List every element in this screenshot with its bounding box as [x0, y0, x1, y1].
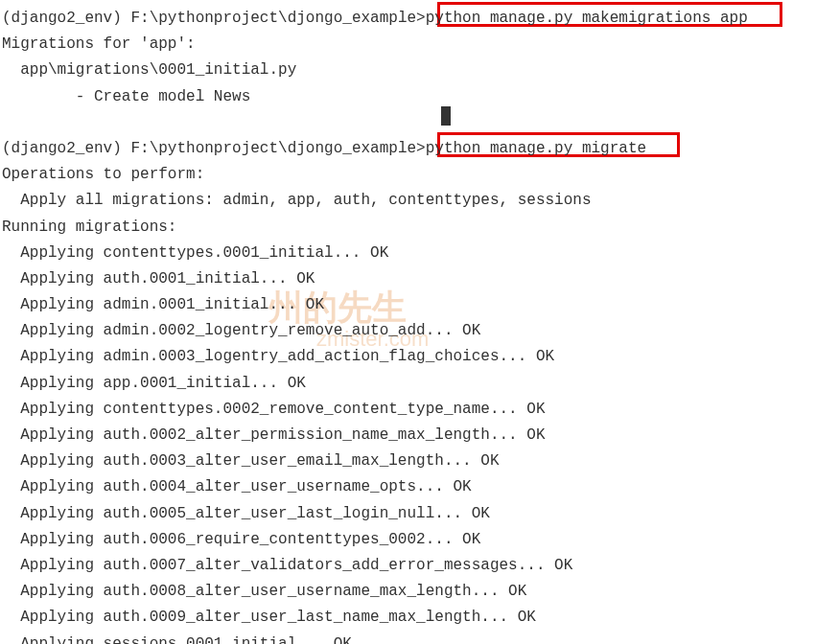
migration-file: app\migrations\0001_initial.py	[2, 58, 814, 83]
migration-line: Applying contenttypes.0001_initial... OK	[2, 241, 814, 266]
migration-line: Applying auth.0003_alter_user_email_max_…	[2, 448, 814, 474]
migration-line: Applying app.0001_initial... OK	[2, 371, 814, 397]
migration-line: Applying sessions.0001_initial... OK	[2, 632, 814, 645]
migration-line: Applying auth.0007_alter_validators_add_…	[2, 553, 814, 579]
command-text: python manage.py migrate	[426, 140, 646, 157]
path-prompt: F:\pythonproject\djongo_example>	[130, 140, 425, 157]
env-name: (django2_env)	[2, 140, 122, 157]
migration-line: Applying auth.0009_alter_user_last_name_…	[2, 605, 814, 631]
migrations-header: Migrations for 'app':	[2, 32, 814, 58]
migration-line: Applying admin.0002_logentry_remove_auto…	[2, 318, 814, 344]
apply-all-line: Apply all migrations: admin, app, auth, …	[2, 188, 814, 214]
command-text: python manage.py makemigrations app	[426, 10, 748, 27]
migration-line: Applying auth.0008_alter_user_username_m…	[2, 579, 814, 605]
migration-line: Applying admin.0003_logentry_add_action_…	[2, 344, 814, 370]
terminal-output: (django2_env) F:\pythonproject\djongo_ex…	[2, 6, 814, 644]
prompt-line-2[interactable]: (django2_env) F:\pythonproject\djongo_ex…	[2, 136, 814, 162]
blank-line	[2, 110, 814, 136]
migration-line: Applying admin.0001_initial... OK	[2, 292, 814, 318]
migration-line: Applying auth.0001_initial... OK	[2, 266, 814, 292]
migration-line: Applying auth.0004_alter_user_username_o…	[2, 474, 814, 500]
path-prompt: F:\pythonproject\djongo_example>	[130, 10, 425, 27]
prompt-line-1[interactable]: (django2_env) F:\pythonproject\djongo_ex…	[2, 6, 814, 32]
migration-line: Applying contenttypes.0002_remove_conten…	[2, 397, 814, 423]
operations-header: Operations to perform:	[2, 162, 814, 188]
migration-line: Applying auth.0005_alter_user_last_login…	[2, 501, 814, 527]
env-name: (django2_env)	[2, 10, 122, 27]
migration-line: Applying auth.0002_alter_permission_name…	[2, 423, 814, 448]
migration-action: - Create model News	[2, 84, 814, 110]
migration-line: Applying auth.0006_require_contenttypes_…	[2, 527, 814, 553]
running-header: Running migrations:	[2, 215, 814, 241]
